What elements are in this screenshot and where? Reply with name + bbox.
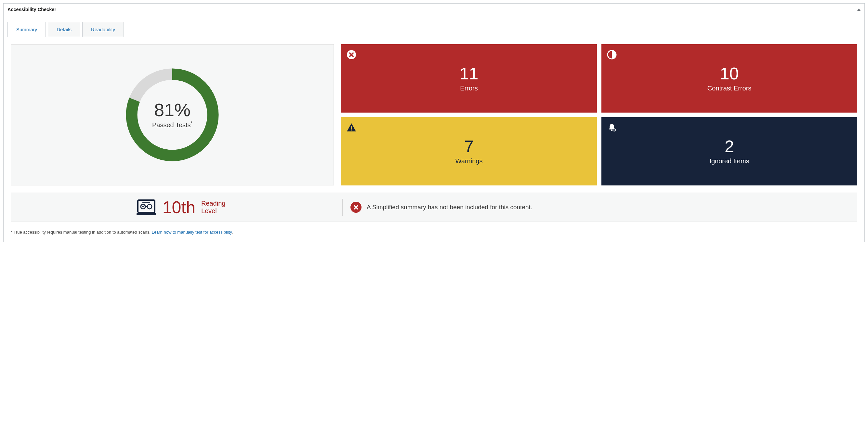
stat-ignored-count: 2 [725, 138, 734, 155]
stat-warnings-label: Warnings [456, 158, 483, 165]
passed-tests-donut: 81% Passed Tests* [124, 66, 221, 164]
stat-ignored-label: Ignored Items [709, 158, 749, 165]
circle-x-icon [346, 50, 356, 60]
stat-errors-label: Errors [460, 85, 477, 92]
stat-contrast-count: 10 [720, 65, 739, 82]
stat-warnings-count: 7 [464, 138, 474, 155]
bottom-status-bar: 10th Reading Level A Simplified summary … [11, 193, 857, 222]
contrast-icon [607, 50, 617, 60]
tab-details[interactable]: Details [48, 22, 80, 37]
stat-errors[interactable]: 11 Errors [341, 44, 597, 113]
simplified-summary-status: A Simplified summary has not been includ… [350, 199, 849, 216]
reading-grade-value: 10th [162, 199, 195, 216]
passed-tests-card: 81% Passed Tests* [11, 44, 334, 186]
stat-contrast-label: Contrast Errors [707, 85, 752, 92]
tab-readability-label: Readability [91, 27, 115, 32]
tab-readability[interactable]: Readability [82, 22, 124, 37]
passed-percent-value: 81% [152, 101, 192, 119]
svg-rect-2 [351, 126, 352, 129]
stat-grid: 11 Errors 10 Contrast Errors 7 Warnings [341, 44, 857, 186]
simplified-summary-message: A Simplified summary has not been includ… [367, 204, 532, 211]
svg-rect-7 [136, 213, 156, 215]
circle-x-icon [350, 202, 362, 213]
collapse-toggle-icon[interactable] [857, 8, 861, 11]
svg-point-9 [147, 204, 152, 209]
passed-percent-label: Passed Tests* [152, 120, 192, 129]
reading-grade-label: Reading Level [201, 200, 226, 215]
panel-header: Accessibility Checker [4, 4, 864, 15]
top-grid: 81% Passed Tests* 11 Errors [11, 44, 857, 186]
stat-contrast-errors[interactable]: 10 Contrast Errors [601, 44, 857, 113]
reading-level-block: 10th Reading Level [19, 199, 343, 216]
stat-warnings[interactable]: 7 Warnings [341, 117, 597, 186]
svg-point-4 [611, 130, 613, 131]
svg-point-3 [351, 130, 352, 131]
tab-details-label: Details [57, 27, 71, 32]
warning-triangle-icon [346, 122, 356, 133]
stat-ignored[interactable]: 2 Ignored Items [601, 117, 857, 186]
accessibility-checker-panel: Accessibility Checker Summary Details Re… [3, 3, 865, 242]
footnote-text: True accessibility requires manual testi… [12, 230, 152, 234]
panel-title: Accessibility Checker [7, 7, 56, 12]
tab-summary[interactable]: Summary [7, 22, 46, 37]
summary-content: 81% Passed Tests* 11 Errors [4, 37, 864, 242]
bell-muted-icon [607, 122, 617, 133]
tab-bar: Summary Details Readability [4, 22, 864, 37]
manual-test-link[interactable]: Learn how to manually test for accessibi… [152, 230, 232, 234]
tab-summary-label: Summary [16, 27, 37, 32]
footnote-period: . [232, 230, 233, 234]
readability-icon [136, 199, 157, 216]
stat-errors-count: 11 [460, 65, 478, 82]
footnote: * True accessibility requires manual tes… [11, 230, 857, 234]
